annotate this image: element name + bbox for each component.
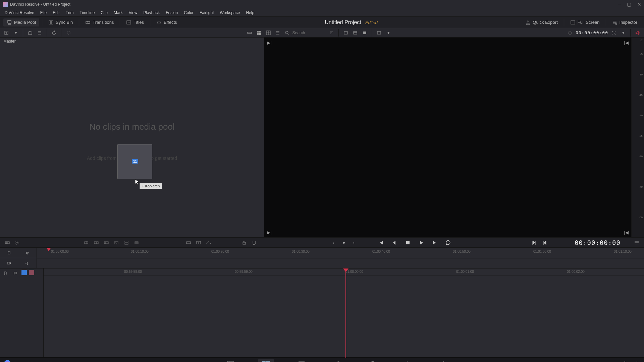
transitions-button[interactable]: Transitions xyxy=(82,18,117,26)
viewer-out-bottom-icon[interactable]: |◀ xyxy=(623,229,629,235)
place-on-top-icon[interactable] xyxy=(122,239,130,246)
search-icon[interactable] xyxy=(283,29,291,37)
menu-fairlight[interactable]: Fairlight xyxy=(197,10,217,16)
menu-edit[interactable]: Edit xyxy=(50,10,62,16)
viewer-in-top-icon[interactable]: ▶| xyxy=(266,40,272,46)
page-edit-button[interactable] xyxy=(294,359,309,362)
menu-clip[interactable]: Clip xyxy=(98,10,110,16)
prev-edit-button[interactable] xyxy=(540,238,549,247)
step-back-button[interactable] xyxy=(390,238,399,247)
thumb-view-icon[interactable] xyxy=(255,29,263,37)
viewer-b-icon[interactable] xyxy=(352,29,359,37)
viewer-a-icon[interactable] xyxy=(342,29,350,37)
page-media-button[interactable] xyxy=(223,359,238,362)
resolve-fx-icon[interactable]: ⬡ xyxy=(65,29,72,37)
marker-color2-icon[interactable] xyxy=(29,270,34,275)
viewer-c-icon[interactable] xyxy=(361,29,368,37)
full-screen-button[interactable]: Full Screen xyxy=(567,18,603,26)
refresh-icon[interactable] xyxy=(50,29,58,37)
source-overwrite-icon[interactable] xyxy=(132,239,141,246)
window-minimize-button[interactable]: – xyxy=(618,2,621,7)
menu-file[interactable]: File xyxy=(38,10,49,16)
inspector-button[interactable]: Inspector xyxy=(609,18,641,26)
marker-color-icon[interactable] xyxy=(21,270,27,275)
guide-icon[interactable] xyxy=(566,29,574,37)
zoom-dropdown-icon[interactable]: ▾ xyxy=(620,29,627,37)
import-dropdown-icon[interactable]: ▾ xyxy=(12,29,19,37)
list-view-icon[interactable] xyxy=(274,29,281,37)
project-settings-button[interactable] xyxy=(634,360,640,362)
menu-view[interactable]: View xyxy=(126,10,140,16)
effects-button[interactable]: Effects xyxy=(153,18,180,26)
timeline-ruler-upper[interactable]: 01:00:00:00 01:00:10:00 01:00:20:00 01:0… xyxy=(37,248,644,268)
titles-button[interactable]: Titles xyxy=(123,18,147,26)
tools-dissolve-icon[interactable] xyxy=(184,239,193,246)
audio-track-icon[interactable] xyxy=(23,249,32,256)
safe-area-dropdown-icon[interactable]: ▾ xyxy=(385,29,392,37)
menu-timeline[interactable]: Timeline xyxy=(77,10,97,16)
bin-new-icon[interactable] xyxy=(26,29,34,37)
media-pool-button[interactable]: Media Pool xyxy=(3,18,39,26)
nav-next-icon[interactable]: › xyxy=(350,239,358,246)
quick-export-button[interactable]: Quick Export xyxy=(522,18,561,26)
page-deliver-button[interactable] xyxy=(436,359,451,362)
strip-view-icon[interactable] xyxy=(246,29,253,37)
menu-trim[interactable]: Trim xyxy=(63,10,76,16)
play-button[interactable] xyxy=(417,238,426,247)
nav-prev-icon[interactable]: ‹ xyxy=(330,239,338,246)
loop-button[interactable] xyxy=(444,238,452,247)
viewer-timecode[interactable]: 00:00:00:00 xyxy=(576,30,608,35)
close-up-icon[interactable] xyxy=(112,239,120,246)
timeline-options-icon[interactable] xyxy=(633,239,641,246)
append-icon[interactable] xyxy=(92,239,100,246)
tools-cut-icon[interactable] xyxy=(195,239,203,246)
sync-bin-button[interactable]: Sync Bin xyxy=(45,18,76,26)
go-last-button[interactable] xyxy=(430,238,439,247)
viewer-output[interactable]: ▶| |◀ ▶| |◀ xyxy=(264,38,631,237)
timeline-track-area[interactable]: 00:59:58:00 00:59:59:00 01:00:00:00 01:0… xyxy=(44,268,644,357)
stop-button[interactable] xyxy=(404,238,412,247)
menu-fusion[interactable]: Fusion xyxy=(163,10,180,16)
window-maximize-button[interactable]: ▢ xyxy=(627,2,631,7)
timeline-timecode[interactable]: 00:00:00:00 xyxy=(575,239,621,246)
go-first-button[interactable] xyxy=(377,238,385,247)
ripple-overwrite-icon[interactable] xyxy=(102,239,110,246)
sort-icon[interactable] xyxy=(328,29,335,37)
menu-color[interactable]: Color xyxy=(181,10,196,16)
tools-smooth-icon[interactable] xyxy=(205,239,213,246)
window-close-button[interactable]: ✕ xyxy=(637,2,641,7)
safe-area-icon[interactable] xyxy=(375,29,383,37)
import-media-button[interactable] xyxy=(3,29,10,37)
zoom-fit-icon[interactable] xyxy=(610,29,618,37)
split-clip-icon[interactable] xyxy=(13,239,21,246)
menu-workspace[interactable]: Workspace xyxy=(217,10,243,16)
lock-track-icon[interactable] xyxy=(5,249,13,256)
page-fusion-button[interactable] xyxy=(329,359,345,362)
viewer-in-bottom-icon[interactable]: ▶| xyxy=(266,229,272,235)
page-cut-button[interactable] xyxy=(258,359,274,362)
menu-playback[interactable]: Playback xyxy=(141,10,162,16)
playhead-marker-upper[interactable] xyxy=(46,248,51,251)
nav-marker-icon[interactable]: ● xyxy=(340,239,348,246)
page-fairlight-button[interactable] xyxy=(400,359,416,362)
media-pool-panel[interactable]: Master No clips in media pool Add clips … xyxy=(0,38,264,237)
marker-toggle-icon[interactable] xyxy=(1,270,9,277)
menu-help[interactable]: Help xyxy=(243,10,257,16)
sync-lock-icon[interactable] xyxy=(240,239,248,246)
boring-detector-icon[interactable] xyxy=(3,239,11,246)
bin-list-icon[interactable] xyxy=(36,29,43,37)
next-edit-button[interactable] xyxy=(530,238,538,247)
flag-icon[interactable] xyxy=(11,270,19,277)
menu-mark[interactable]: Mark xyxy=(111,10,125,16)
home-button[interactable] xyxy=(622,360,628,362)
page-color-button[interactable] xyxy=(365,359,380,362)
viewer-out-top-icon[interactable]: |◀ xyxy=(623,40,629,46)
meta-view-icon[interactable] xyxy=(265,29,272,37)
master-bin-label[interactable]: Master xyxy=(0,38,264,45)
menu-davinci[interactable]: DaVinci Resolve xyxy=(2,10,37,16)
search-input[interactable] xyxy=(292,31,326,35)
playhead-line[interactable] xyxy=(345,268,346,358)
smart-insert-icon[interactable] xyxy=(82,239,90,246)
audio-meter-toggle-icon[interactable] xyxy=(634,29,641,37)
snap-icon[interactable] xyxy=(250,239,258,246)
